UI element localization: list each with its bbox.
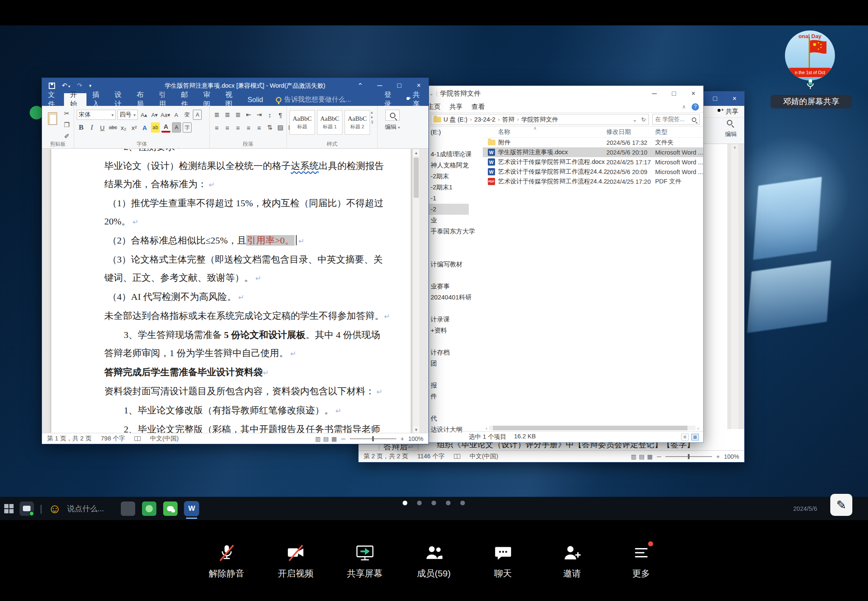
print-layout-icon[interactable]: ▤ [639, 453, 645, 460]
file-row[interactable]: W艺术设计于传媒学院答辩工作流程24.4.2...2024/5/6 20:09M… [483, 167, 703, 177]
tab-5-inactive[interactable]: 布局 [131, 93, 153, 106]
zoom-out-button[interactable]: ─ [657, 453, 661, 460]
close-icon[interactable]: × [684, 86, 703, 101]
search-input[interactable]: 在 学院答... [652, 114, 700, 125]
copy-icon[interactable]: ❐ [62, 120, 71, 130]
language-indicator[interactable]: 中文(中国) [470, 452, 498, 460]
emoji-icon[interactable]: ☺ [48, 502, 61, 515]
maximize-icon[interactable]: □ [705, 91, 725, 106]
zoom-level[interactable]: 100% [408, 435, 423, 442]
share-button[interactable]: 共享 [723, 108, 744, 116]
horizontal-scrollbar[interactable]: ‹ › [486, 425, 699, 431]
highlight-icon[interactable]: ab [151, 122, 160, 133]
style-card-标题 1[interactable]: AaBbC标题 1 [317, 110, 342, 135]
justify-icon[interactable]: ≡ [244, 122, 253, 133]
editing-label[interactable]: 编辑 [385, 124, 396, 130]
members-button[interactable]: 成员(59) [399, 543, 468, 579]
page-indicator[interactable]: 第 2 页，共 2 页 [364, 452, 408, 460]
tell-me-input[interactable]: 告诉我您想要做什么... [269, 93, 379, 106]
strikethrough-icon[interactable]: abc [108, 122, 117, 133]
scrollbar-thumb[interactable] [414, 158, 419, 198]
subscript-icon[interactable]: x₂ [119, 122, 128, 133]
search-button[interactable] [385, 110, 400, 121]
language-indicator[interactable]: 中文(中国) [150, 435, 179, 443]
quick-access-caret-icon[interactable]: ⌄ [429, 91, 434, 97]
sign-in-button[interactable]: 登录 [379, 93, 400, 106]
group-label[interactable]: 段落 [210, 141, 287, 148]
column-header-type[interactable]: 类型 [655, 128, 668, 136]
read-mode-icon[interactable]: ▥ [315, 435, 320, 442]
web-layout-icon[interactable]: ▦ [647, 453, 653, 460]
carousel-dot-4[interactable] [446, 501, 451, 505]
carousel-dot-5[interactable] [460, 501, 465, 505]
change-case-icon[interactable]: Aa▾ [161, 110, 170, 120]
carousel-dot-2[interactable] [417, 501, 422, 505]
tab-2-active[interactable]: 开始 [64, 93, 86, 106]
tab-4-inactive[interactable]: 设计 [108, 93, 131, 106]
bold-icon[interactable]: B [77, 122, 86, 133]
cut-icon[interactable]: ✂ [62, 108, 71, 119]
quick-chat-input[interactable]: 说点什么... [67, 504, 104, 514]
breadcrumb[interactable]: U 盘 (E:)›23-24-2›答辩›学院答辩文件 ⌄ ↻ [431, 114, 649, 125]
align-center-icon[interactable]: ≡ [223, 122, 232, 133]
group-label[interactable]: 剪贴板 [42, 141, 74, 148]
align-left-icon[interactable]: ≡ [212, 122, 221, 133]
enclose-icon[interactable]: 字 [183, 122, 192, 133]
ribbon-display-icon[interactable]: ⌃ [351, 78, 370, 93]
styles-more-icon[interactable]: ⊽ [371, 120, 374, 125]
thumbnail-view-icon[interactable]: ▦ [691, 434, 699, 440]
tab-6-inactive[interactable]: 引用 [153, 93, 175, 106]
numbering-icon[interactable]: ≣ [223, 110, 232, 120]
scroll-left-icon[interactable]: ‹ [486, 426, 487, 431]
word-taskbar-icon[interactable]: W [184, 501, 199, 516]
sort-icon[interactable]: ↕ [265, 110, 274, 120]
scroll-up-icon[interactable]: ▲ [413, 149, 420, 156]
tab-9-inactive[interactable]: 视图 [220, 93, 242, 106]
grow-font-icon[interactable]: A▴ [139, 110, 148, 120]
scroll-down-icon[interactable]: ▼ [413, 426, 420, 433]
start-video-button[interactable]: 开启视频 [261, 543, 330, 579]
undo-icon[interactable]: ↶ ▾ [62, 82, 70, 89]
address-dropdown-icon[interactable]: ⌄ [632, 116, 637, 123]
zoom-slider[interactable] [665, 456, 712, 457]
text-effects-icon[interactable]: A [140, 122, 149, 133]
shading-icon[interactable]: ▨ [276, 122, 285, 133]
document-scrollbar[interactable]: ▲ ▼ [412, 149, 420, 434]
distributed-icon[interactable]: ≡ [255, 122, 264, 133]
marks-icon[interactable]: ¶ [276, 110, 285, 120]
share-screen-button[interactable]: 共享屏幕 [330, 543, 399, 579]
document-page[interactable]: 2、检测要求 ↵毕业论文（设计）检测结果以全校统一的格子达系统出具的检测报告结果… [51, 149, 411, 434]
menu-查看[interactable]: 查看 [467, 102, 489, 111]
style-card-标题[interactable]: AaBbC标题 [289, 110, 315, 135]
zoom-level[interactable]: 100% [724, 453, 739, 460]
scroll-right-icon[interactable]: › [697, 426, 699, 431]
styles-scroll-up-icon[interactable]: ▴ [371, 110, 374, 114]
column-header-name[interactable]: 名称 [483, 128, 606, 136]
char-border-icon[interactable]: A [193, 110, 202, 120]
zoom-slider[interactable] [350, 438, 396, 439]
invite-button[interactable]: 邀请 [537, 543, 606, 579]
proofing-icon[interactable] [134, 436, 141, 441]
tab-3-inactive[interactable]: 插入 [86, 93, 108, 106]
group-label[interactable]: 样式 [287, 141, 377, 148]
underline-icon[interactable]: U [98, 122, 107, 133]
tab-1-inactive[interactable]: 文件 [42, 93, 64, 106]
char-shading-icon[interactable]: A [172, 122, 181, 133]
font-color-icon[interactable]: A [161, 122, 170, 133]
maximize-icon[interactable]: □ [664, 86, 684, 101]
zoom-in-button[interactable]: + [401, 435, 404, 442]
line-spacing-icon[interactable]: ⇅ [265, 122, 274, 133]
format-painter-icon[interactable]: ✐ [62, 131, 71, 141]
zoom-out-button[interactable]: ─ [341, 435, 345, 442]
help-icon[interactable]: ? [692, 103, 699, 111]
tab-8-inactive[interactable]: 审阅 [197, 93, 219, 106]
quick-access-customize-icon[interactable]: ▾ [89, 83, 92, 89]
proofing-icon[interactable] [454, 454, 460, 459]
superscript-icon[interactable]: x² [130, 122, 139, 133]
save-icon[interactable] [49, 83, 55, 89]
file-row-selected[interactable]: W学生版答辩注意事项.docx2024/5/6 20:10Microsoft W… [483, 147, 703, 157]
font-name-select[interactable]: 宋体▾ [77, 110, 116, 120]
tab-10-inactive[interactable]: Solid [242, 93, 269, 106]
word2-scrollbar[interactable]: ∧ [731, 144, 738, 429]
style-card-标题 2[interactable]: AaBbC标题 2 [345, 110, 370, 135]
